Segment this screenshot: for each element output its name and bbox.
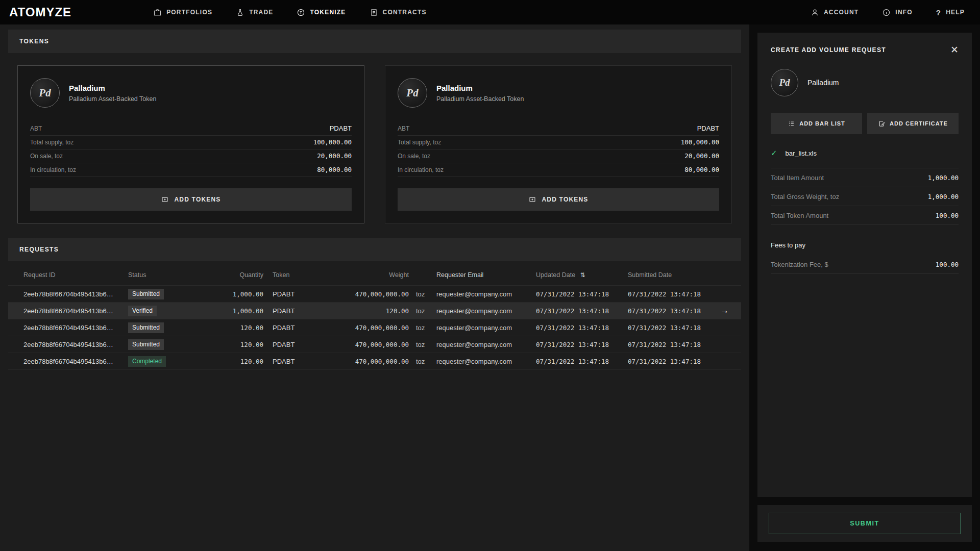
tokens-section: TOKENS Pd Palladium Palladium Asset-Back… — [8, 30, 741, 238]
request-row[interactable]: 2eeb78b8f66704b495413b6… Submitted 120.0… — [8, 336, 741, 353]
stat-row: In circulation, toz 80,000.00 — [30, 163, 352, 177]
request-id-cell: 2eeb78b8f66704b495413b6… — [23, 290, 128, 298]
add-bar-list-button[interactable]: ADD BAR LIST — [771, 113, 862, 134]
stat-value: 20,000.00 — [317, 152, 352, 160]
certificate-icon — [878, 120, 886, 128]
panel-actions: ADD BAR LIST ADD CERTIFICATE — [771, 113, 959, 134]
token-cell: PDABT — [263, 341, 332, 348]
quantity-cell: 120.00 — [210, 324, 263, 332]
stat-value: PDABT — [330, 124, 352, 132]
stat-value: 20,000.00 — [684, 152, 719, 160]
status-cell: Submitted — [128, 339, 210, 350]
close-icon[interactable]: ✕ — [950, 45, 959, 55]
email-cell: requester@company.com — [434, 290, 534, 298]
request-id-cell: 2eeb78b8f66704b495413b6… — [23, 358, 128, 365]
updated-cell: 07/31/2022 13:47:18 — [534, 341, 626, 348]
updated-cell: 07/31/2022 13:47:18 — [534, 290, 626, 298]
request-row[interactable]: 2eeb78b8f66704b495413b6… Submitted 1,000… — [8, 286, 741, 303]
token-stats: ABT PDABT Total supply, toz 100,000.00 O… — [398, 122, 719, 177]
create-request-sidebar: CREATE ADD VOLUME REQUEST ✕ Pd Palladium… — [749, 24, 980, 551]
unit-cell: toz — [409, 290, 434, 298]
nav-item-help[interactable]: ? HELP — [936, 8, 965, 17]
add-tokens-button[interactable]: ADD TOKENS — [30, 188, 352, 211]
uploaded-file-name: bar_list.xls — [786, 149, 817, 157]
status-badge: Verified — [128, 306, 157, 316]
summary-row: Total Gross Weight, toz 1,000.00 — [771, 187, 959, 206]
col-quantity: Quantity — [210, 271, 263, 279]
tokenize-icon — [297, 8, 305, 17]
stat-label: ABT — [30, 125, 42, 132]
panel-footer: SUBMIT — [757, 505, 972, 542]
unit-cell: toz — [409, 324, 434, 332]
info-icon — [882, 8, 891, 17]
nav-item-account[interactable]: ACCOUNT — [811, 8, 859, 17]
panel-token-name: Palladium — [807, 79, 839, 87]
email-cell: requester@company.com — [434, 341, 534, 348]
col-updated-date[interactable]: Updated Date ⇅ — [534, 271, 626, 279]
nav-item-trade[interactable]: TRADE — [236, 8, 273, 17]
add-tokens-icon — [161, 195, 169, 204]
sort-icon[interactable]: ⇅ — [580, 271, 585, 279]
quantity-cell: 1,000.00 — [210, 290, 263, 298]
panel-title: CREATE ADD VOLUME REQUEST — [771, 46, 886, 54]
stat-label: Total supply, toz — [398, 139, 441, 146]
main-nav: PORTFOLIOS TRADE TOKENIZE CONTRACTS — [153, 8, 427, 17]
summary-row: Total Item Amount 1,000.00 — [771, 168, 959, 187]
nav-item-portfolios[interactable]: PORTFOLIOS — [153, 8, 212, 17]
stat-row: On sale, toz 20,000.00 — [30, 149, 352, 163]
nav-item-contracts[interactable]: CONTRACTS — [370, 8, 427, 17]
nav-item-tokenize[interactable]: TOKENIZE — [297, 8, 346, 17]
submit-button[interactable]: SUBMIT — [769, 513, 961, 534]
nav-item-info[interactable]: INFO — [882, 8, 912, 17]
submitted-cell: 07/31/2022 13:47:18 — [626, 290, 713, 298]
request-row[interactable]: 2eeb78b8f66704b495413b6… Completed 120.0… — [8, 353, 741, 370]
request-id-cell: 2eeb78b8f66704b495413b6… — [23, 341, 128, 348]
quantity-cell: 1,000.00 — [210, 307, 263, 315]
user-nav: ACCOUNT INFO ? HELP — [811, 8, 965, 17]
stat-label: Total supply, toz — [30, 139, 74, 146]
col-token: Token — [263, 271, 332, 279]
summary-label: Total Item Amount — [771, 174, 824, 182]
col-requester-email: Requester Email — [434, 271, 534, 279]
col-submitted-date: Submitted Date — [626, 271, 713, 279]
stat-row: ABT PDABT — [30, 122, 352, 136]
stat-label: ABT — [398, 125, 409, 132]
status-cell: Completed — [128, 356, 210, 367]
request-row-selected[interactable]: 2eeb78b8f66704b495413b6… Verified 1,000.… — [8, 303, 741, 319]
requests-section-title: REQUESTS — [19, 246, 59, 253]
token-card-palladium-2[interactable]: Pd Palladium Palladium Asset-Backed Toke… — [385, 65, 732, 223]
stat-value: PDABT — [697, 124, 719, 132]
status-cell: Submitted — [128, 289, 210, 299]
submitted-cell: 07/31/2022 13:47:18 — [626, 324, 713, 332]
request-id-cell: 2eeb78b8f66704b495413b6… — [23, 324, 128, 332]
updated-cell: 07/31/2022 13:47:18 — [534, 307, 626, 315]
weight-cell: 470,000,000.00 — [332, 341, 409, 348]
summary-row: Total Token Amount 100.00 — [771, 206, 959, 225]
summary-label: Total Token Amount — [771, 212, 828, 219]
unit-cell: toz — [409, 307, 434, 315]
requests-table-header: Request ID Status Quantity Token Weight … — [8, 264, 741, 286]
status-badge-completed: Completed — [128, 356, 166, 367]
unit-cell: toz — [409, 358, 434, 365]
unit-cell: toz — [409, 341, 434, 348]
add-tokens-label: ADD TOKENS — [542, 196, 588, 203]
palladium-coin-logo: Pd — [30, 78, 60, 108]
add-bar-list-label: ADD BAR LIST — [799, 120, 845, 127]
token-cell: PDABT — [263, 290, 332, 298]
add-tokens-label: ADD TOKENS — [174, 196, 220, 203]
nav-label: ACCOUNT — [824, 9, 859, 16]
quantity-cell: 120.00 — [210, 341, 263, 348]
status-badge: Submitted — [128, 339, 164, 350]
token-card-palladium-1[interactable]: Pd Palladium Palladium Asset-Backed Toke… — [17, 65, 364, 223]
request-row[interactable]: 2eeb78b8f66704b495413b6… Submitted 120.0… — [8, 319, 741, 336]
panel-token-row: Pd Palladium — [771, 69, 959, 96]
token-card-header: Pd Palladium Palladium Asset-Backed Toke… — [398, 78, 719, 108]
add-tokens-button[interactable]: ADD TOKENS — [398, 188, 719, 211]
stat-row: ABT PDABT — [398, 122, 719, 136]
token-cell: PDABT — [263, 358, 332, 365]
add-certificate-button[interactable]: ADD CERTIFICATE — [867, 113, 959, 134]
summary-value: 1,000.00 — [928, 193, 959, 201]
contracts-icon — [370, 8, 378, 17]
row-arrow-icon[interactable]: → — [720, 306, 729, 315]
check-icon: ✓ — [771, 148, 777, 158]
